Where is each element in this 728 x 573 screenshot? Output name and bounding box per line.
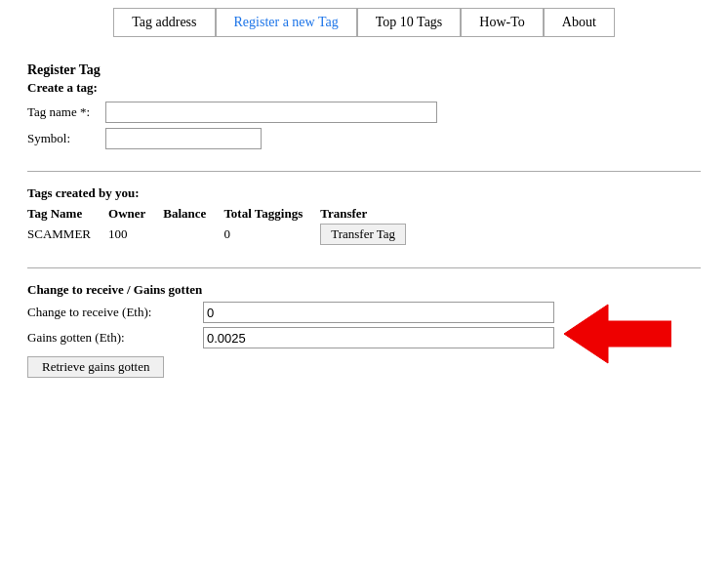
col-total-taggings: Total Taggings — [223, 205, 320, 223]
symbol-label: Symbol: — [27, 131, 105, 146]
table-cell: SCAMMER — [27, 223, 108, 246]
register-tag-title: Register Tag — [27, 62, 701, 78]
change-receive-input[interactable] — [203, 302, 554, 323]
symbol-row: Symbol: — [27, 128, 701, 149]
table-header-row: Tag NameOwnerBalanceTotal TaggingsTransf… — [27, 205, 424, 223]
col-owner: Owner — [108, 205, 163, 223]
transfer-tag-button[interactable]: Transfer Tag — [320, 224, 406, 245]
table-cell: 100 — [108, 223, 163, 246]
table-cell — [163, 223, 223, 246]
change-receive-label: Change to receive (Eth): — [27, 305, 203, 320]
nav-tag-address[interactable]: Tag address — [113, 8, 215, 37]
tags-created-section: Tags created by you: Tag NameOwnerBalanc… — [27, 185, 701, 246]
gains-title: Change to receive / Gains gotten — [27, 282, 701, 298]
nav-how-to[interactable]: How-To — [461, 8, 543, 37]
nav-top-10-tags[interactable]: Top 10 Tags — [357, 8, 462, 37]
nav-register-new-tag[interactable]: Register a new Tag — [216, 8, 357, 37]
main-content: Register Tag Create a tag: Tag name *: S… — [0, 45, 728, 378]
red-arrow-icon — [564, 300, 671, 368]
symbol-input[interactable] — [105, 128, 262, 149]
tags-table: Tag NameOwnerBalanceTotal TaggingsTransf… — [27, 205, 424, 246]
gains-section: Change to receive / Gains gotten Change … — [27, 282, 701, 378]
tag-name-input[interactable] — [105, 102, 437, 123]
tag-name-row: Tag name *: — [27, 102, 701, 123]
col-balance: Balance — [163, 205, 223, 223]
tag-name-label: Tag name *: — [27, 104, 105, 120]
gains-gotten-label: Gains gotten (Eth): — [27, 330, 203, 346]
col-tag-name: Tag Name — [27, 205, 108, 223]
nav-about[interactable]: About — [544, 8, 615, 37]
table-row: SCAMMER1000Transfer Tag — [27, 223, 424, 246]
gains-gotten-input[interactable] — [203, 327, 554, 348]
arrow-container — [564, 300, 671, 372]
divider-1 — [27, 171, 701, 172]
divider-2 — [27, 267, 701, 268]
transfer-cell: Transfer Tag — [320, 223, 424, 246]
table-cell: 0 — [223, 223, 320, 246]
retrieve-gains-button[interactable]: Retrieve gains gotten — [27, 356, 164, 378]
col-transfer: Transfer — [320, 205, 424, 223]
register-tag-section: Register Tag Create a tag: Tag name *: S… — [27, 62, 701, 149]
svg-marker-0 — [564, 305, 671, 363]
tags-created-label: Tags created by you: — [27, 185, 701, 201]
navigation-bar: Tag address Register a new Tag Top 10 Ta… — [0, 0, 728, 45]
create-tag-subtitle: Create a tag: — [27, 80, 701, 96]
